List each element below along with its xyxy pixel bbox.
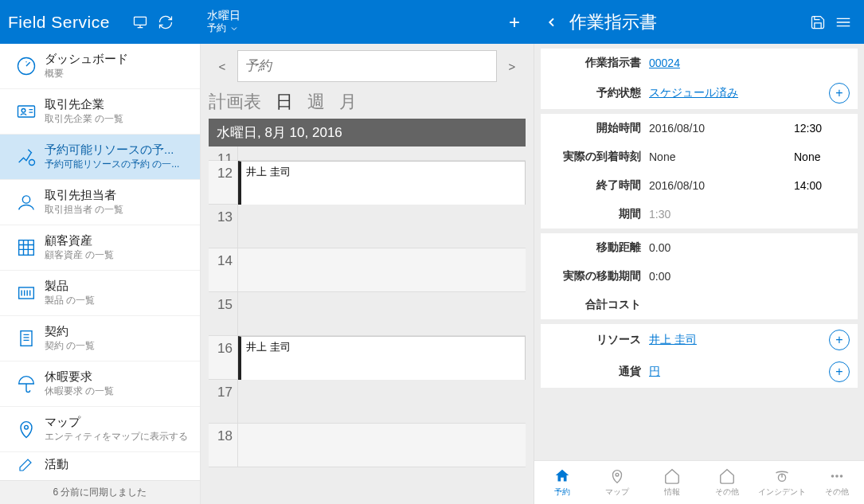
prev-button[interactable]: < <box>207 51 237 81</box>
currency-link[interactable]: 円 <box>649 365 824 379</box>
add-icon[interactable]: + <box>829 361 850 382</box>
sidebar-item-dashboard[interactable]: ダッシュボード概要 <box>0 44 200 89</box>
sidebar-item-sub: 予約可能リソースの予約 の一... <box>45 158 179 171</box>
search-input[interactable] <box>244 58 490 74</box>
field-value-2[interactable]: 12:30 <box>794 122 850 135</box>
next-button[interactable]: > <box>497 51 527 81</box>
menu-icon[interactable] <box>831 14 856 31</box>
add-button[interactable]: + <box>509 11 520 33</box>
tab-info[interactable]: 情報 <box>644 461 699 504</box>
svg-point-3 <box>22 109 25 113</box>
grid-icon <box>8 236 45 259</box>
work-order-link[interactable]: 00024 <box>649 57 850 69</box>
barcode-icon <box>8 282 45 304</box>
tab-label: 情報 <box>664 486 680 498</box>
svg-point-10 <box>616 473 619 476</box>
sidebar-item-label: 契約 <box>45 324 95 339</box>
detail-card: リソース 井上 圭司 + 通貨 円 + <box>541 324 858 388</box>
field-distance: 移動距離 0.00 <box>541 233 858 262</box>
sidebar-item-agreements[interactable]: 契約契約 の一覧 <box>0 316 200 361</box>
back-button[interactable] <box>545 16 558 29</box>
tab-week[interactable]: 週 <box>307 90 325 114</box>
gauge-icon <box>8 55 45 77</box>
sidebar-item-label: 予約可能リソースの予... <box>45 143 179 158</box>
tab-agenda[interactable]: 計画表 <box>209 90 261 114</box>
resource-link[interactable]: 井上 圭司 <box>649 333 824 347</box>
chevron-down-icon <box>229 24 239 33</box>
tab-day[interactable]: 日 <box>276 90 293 114</box>
home-outline-icon <box>663 467 681 485</box>
add-icon[interactable]: + <box>829 330 850 350</box>
hour-row: 15 <box>209 292 526 336</box>
person-icon <box>8 191 45 213</box>
sidebar-item-activity[interactable]: 活動 <box>0 452 200 476</box>
sidebar-item-sub: 取引担当者 の一覧 <box>45 203 123 217</box>
sidebar-item-customer-assets[interactable]: 顧客資産顧客資産 の一覧 <box>0 225 200 271</box>
add-icon[interactable]: + <box>829 83 850 104</box>
sidebar-item-label: 休暇要求 <box>45 369 114 385</box>
field-value[interactable]: 0.00 <box>649 241 850 254</box>
field-value[interactable]: 2016/08/10 <box>649 179 794 192</box>
field-value[interactable]: 0:00 <box>649 270 850 283</box>
svg-point-13 <box>835 475 839 478</box>
tab-map[interactable]: マップ <box>589 461 644 504</box>
sidebar-item-label: 活動 <box>45 457 68 472</box>
field-value[interactable]: 2016/08/10 <box>649 122 794 135</box>
field-label: 通貨 <box>541 365 649 379</box>
sidebar-item-label: マップ <box>45 415 188 430</box>
field-label: 合計コスト <box>541 298 649 312</box>
monitor-icon[interactable] <box>127 14 153 30</box>
alarm-icon <box>773 467 791 485</box>
sidebar-item-label: 取引先企業 <box>45 97 123 112</box>
hour-row: 18 <box>209 424 526 467</box>
search-box[interactable] <box>237 50 497 82</box>
sidebar: ダッシュボード概要 取引先企業取引先企業 の一覧 予約可能リソースの予...予約… <box>0 44 201 504</box>
detail-card: 作業指示書 00024 予約状態 スケジュール済み + <box>541 49 858 109</box>
tab-more[interactable]: その他 <box>809 461 864 504</box>
bottom-tabs: 予約 マップ 情報 その他 インシデント <box>534 460 864 504</box>
sidebar-item-contacts[interactable]: 取引先担当者取引担当者 の一覧 <box>0 180 200 225</box>
svg-point-4 <box>29 160 35 166</box>
home-outline-icon <box>718 467 736 485</box>
tab-label: インシデント <box>758 486 806 498</box>
save-icon[interactable] <box>805 14 831 30</box>
svg-rect-8 <box>21 331 32 346</box>
tab-label: その他 <box>825 486 849 498</box>
home-icon <box>553 467 571 485</box>
status-link[interactable]: スケジュール済み <box>649 86 824 100</box>
sidebar-item-sub: 休暇要求 の一覧 <box>45 385 114 398</box>
tab-label: その他 <box>715 486 739 498</box>
svg-rect-2 <box>18 106 35 117</box>
sidebar-item-map[interactable]: マップエンティティをマップに表示する <box>0 407 200 452</box>
sidebar-item-time-off[interactable]: 休暇要求休暇要求 の一覧 <box>0 361 200 407</box>
sidebar-item-sub: 製品 の一覧 <box>45 294 95 307</box>
tab-incident[interactable]: インシデント <box>754 461 809 504</box>
field-value-2[interactable]: None <box>794 150 850 163</box>
detail-card: 移動距離 0.00 実際の移動期間 0:00 合計コスト <box>541 233 858 319</box>
tab-month[interactable]: 月 <box>339 90 357 114</box>
sidebar-item-label: ダッシュボード <box>45 52 128 67</box>
id-card-icon <box>8 100 45 123</box>
svg-point-5 <box>22 196 29 203</box>
header-sub-dropdown[interactable]: 予約 <box>207 21 240 35</box>
field-value[interactable]: None <box>649 150 794 163</box>
tab-booking[interactable]: 予約 <box>534 461 589 504</box>
tab-label: 予約 <box>554 486 570 498</box>
hour-row: 12 井上 圭司 <box>209 161 526 205</box>
header-day-label: 水曜日 <box>207 9 240 21</box>
refresh-icon[interactable] <box>153 14 178 30</box>
sidebar-item-accounts[interactable]: 取引先企業取引先企業 の一覧 <box>0 89 200 135</box>
sidebar-item-products[interactable]: 製品製品 の一覧 <box>0 271 200 316</box>
sidebar-item-bookable-resource[interactable]: 予約可能リソースの予...予約可能リソースの予約 の一... <box>0 135 200 180</box>
tab-other[interactable]: その他 <box>699 461 754 504</box>
field-end-time: 終了時間 2016/08/10 14:00 <box>541 171 858 200</box>
detail-pane: 作業指示書 00024 予約状態 スケジュール済み + 開始時間 2016/08… <box>534 44 864 504</box>
field-value-2[interactable]: 14:00 <box>794 179 850 192</box>
field-label: 予約状態 <box>541 86 649 100</box>
field-booking-status: 予約状態 スケジュール済み + <box>541 77 858 109</box>
hour-row: 11 <box>209 147 526 161</box>
field-label: 終了時間 <box>541 178 649 193</box>
view-tabs: 計画表 日 週 月 <box>201 88 534 119</box>
field-label: 移動距離 <box>541 240 649 255</box>
svg-rect-0 <box>134 17 146 25</box>
